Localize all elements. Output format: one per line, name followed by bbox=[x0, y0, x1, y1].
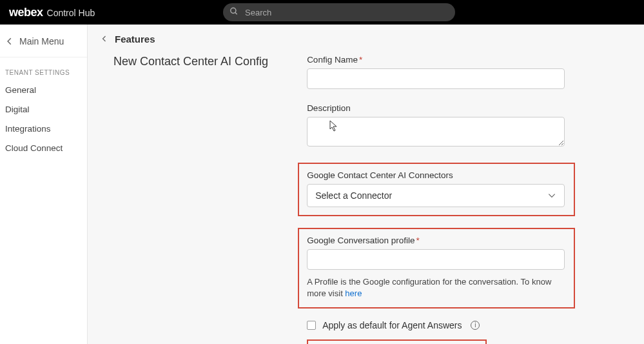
field-description: Description bbox=[307, 103, 590, 148]
content: Features New Contact Center AI Config Co… bbox=[88, 25, 644, 344]
info-icon[interactable]: i bbox=[471, 321, 480, 330]
description-textarea[interactable] bbox=[307, 117, 565, 147]
top-bar: webex Control Hub bbox=[0, 0, 644, 25]
profile-input[interactable] bbox=[307, 249, 565, 270]
back-button[interactable] bbox=[101, 34, 108, 45]
required-marker: * bbox=[416, 236, 419, 245]
config-name-input[interactable] bbox=[307, 68, 565, 89]
search-icon bbox=[229, 7, 239, 18]
highlight-virtual-agent: Apply as default for Virtual Agent i bbox=[307, 339, 487, 344]
highlight-connectors: Google Contact Center AI Connectors Sele… bbox=[298, 163, 575, 216]
sidebar: Main Menu TENANT SETTINGS General Digita… bbox=[0, 25, 88, 344]
sidebar-item-general[interactable]: General bbox=[0, 81, 87, 99]
sidebar-item-digital[interactable]: Digital bbox=[0, 101, 87, 118]
main-menu-label: Main Menu bbox=[19, 36, 64, 46]
content-inner: Features New Contact Center AI Config Co… bbox=[88, 25, 644, 344]
profile-help-link[interactable]: here bbox=[345, 288, 362, 298]
page-subtitle: New Contact Center AI Config bbox=[113, 55, 268, 68]
field-config-name: Config Name* bbox=[307, 55, 590, 89]
page-title: Features bbox=[115, 34, 155, 45]
subtitle-col: New Contact Center AI Config bbox=[113, 55, 268, 344]
config-name-label: Config Name* bbox=[307, 55, 590, 65]
sidebar-item-cloud-connect[interactable]: Cloud Connect bbox=[0, 139, 87, 157]
checkbox-agent-answers-label: Apply as default for Agent Answers bbox=[322, 320, 462, 330]
svg-line-1 bbox=[235, 12, 237, 14]
highlight-profile: Google Conversation profile* A Profile i… bbox=[298, 228, 575, 309]
brand-sub: Control Hub bbox=[47, 8, 95, 18]
sidebar-item-integrations[interactable]: Integrations bbox=[0, 120, 87, 137]
chevron-left-icon bbox=[5, 37, 14, 46]
sidebar-section-label: TENANT SETTINGS bbox=[0, 57, 87, 81]
checkbox-agent-answers[interactable] bbox=[307, 321, 316, 330]
profile-label-text: Google Conversation profile bbox=[307, 236, 415, 245]
page-body: New Contact Center AI Config Config Name… bbox=[101, 55, 631, 344]
page-header: Features bbox=[101, 34, 631, 55]
required-marker: * bbox=[359, 55, 362, 65]
search-wrap bbox=[223, 3, 455, 21]
checkbox-agent-answers-row: Apply as default for Agent Answers i bbox=[307, 320, 590, 330]
brand: webex Control Hub bbox=[9, 6, 95, 19]
profile-help-text: A Profile is the Google configuration fo… bbox=[307, 276, 566, 299]
connectors-select[interactable]: Select a Connector bbox=[307, 184, 565, 207]
main-menu-link[interactable]: Main Menu bbox=[0, 31, 87, 57]
svg-point-0 bbox=[231, 8, 236, 13]
layout: Main Menu TENANT SETTINGS General Digita… bbox=[0, 25, 644, 344]
profile-help-text-span: A Profile is the Google configuration fo… bbox=[307, 277, 551, 298]
config-name-label-text: Config Name bbox=[307, 55, 358, 65]
chevron-down-icon bbox=[547, 191, 556, 200]
profile-label: Google Conversation profile* bbox=[307, 236, 566, 245]
search-input[interactable] bbox=[223, 3, 455, 21]
connectors-label: Google Contact Center AI Connectors bbox=[307, 170, 566, 180]
chevron-left-icon bbox=[101, 35, 108, 43]
connectors-placeholder: Select a Connector bbox=[315, 190, 392, 201]
brand-main: webex bbox=[9, 6, 43, 19]
description-label: Description bbox=[307, 103, 590, 113]
form-column: Config Name* Description Google Contact … bbox=[307, 55, 590, 344]
